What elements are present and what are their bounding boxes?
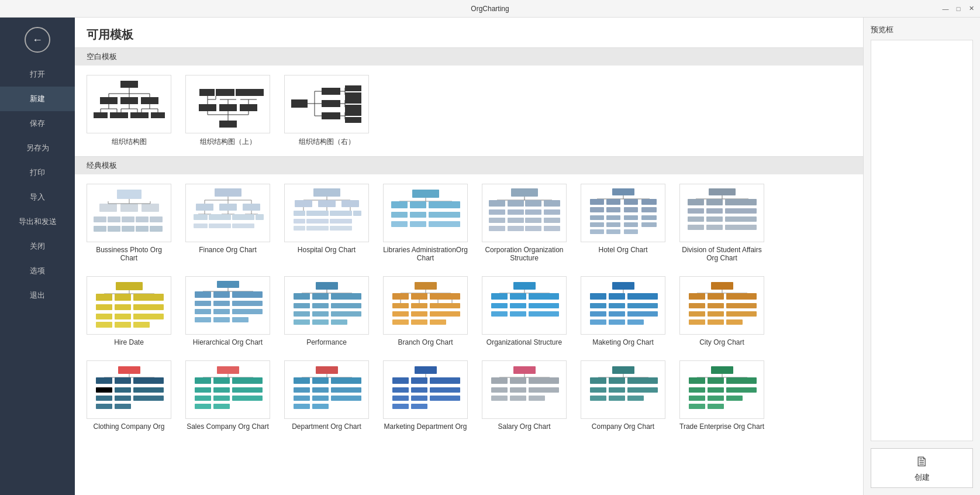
- svg-rect-131: [353, 211, 361, 216]
- template-thumb-clothing: [87, 360, 171, 419]
- template-label-hospital: Hospital Org Chart: [298, 246, 356, 254]
- svg-rect-434: [641, 387, 658, 393]
- template-business[interactable]: Bussiness Photo Org Chart: [87, 184, 171, 262]
- svg-rect-405: [411, 396, 427, 401]
- maximize-button[interactable]: □: [954, 5, 962, 13]
- svg-rect-448: [740, 387, 757, 393]
- svg-rect-261: [312, 303, 329, 308]
- svg-rect-308: [612, 282, 634, 290]
- svg-rect-89: [136, 226, 149, 232]
- sidebar-item-options[interactable]: 选项: [0, 259, 75, 283]
- template-city[interactable]: City Org Chart: [679, 276, 764, 346]
- svg-rect-242: [195, 301, 211, 306]
- svg-rect-417: [491, 387, 508, 393]
- template-trade[interactable]: Trade Enterprise Org Chart: [679, 360, 764, 431]
- svg-rect-381: [312, 377, 329, 384]
- svg-rect-306: [529, 311, 545, 317]
- template-branch[interactable]: Branch Org Chart: [383, 276, 468, 346]
- svg-rect-419: [529, 387, 545, 393]
- template-library[interactable]: Libraries AdministrationOrg Chart: [383, 184, 468, 262]
- svg-rect-162: [525, 200, 541, 207]
- svg-rect-112: [194, 224, 208, 228]
- svg-rect-213: [688, 225, 704, 230]
- svg-rect-197: [624, 229, 638, 234]
- template-scroll[interactable]: 空白模板: [75, 47, 863, 495]
- close-button[interactable]: ✕: [967, 5, 975, 13]
- svg-rect-251: [213, 317, 230, 322]
- create-button[interactable]: 🗎 创建: [871, 448, 973, 488]
- svg-rect-390: [331, 396, 347, 401]
- svg-rect-161: [508, 200, 524, 207]
- sidebar-item-new[interactable]: 新建: [0, 87, 75, 111]
- template-blank3[interactable]: 组织结构图（右）: [284, 75, 369, 147]
- sidebar-item-save[interactable]: 保存: [0, 111, 75, 136]
- sidebar-item-import[interactable]: 导入: [0, 185, 75, 209]
- svg-rect-263: [345, 303, 361, 308]
- minimize-button[interactable]: —: [941, 5, 950, 13]
- svg-rect-153: [391, 221, 408, 227]
- svg-rect-194: [641, 222, 657, 227]
- template-thumb-company: [581, 360, 665, 419]
- section-classic: 经典模板: [75, 156, 863, 174]
- sidebar-item-saveas[interactable]: 另存为: [0, 136, 75, 160]
- svg-rect-291: [411, 319, 427, 325]
- svg-rect-52: [291, 99, 308, 108]
- sidebar-item-print[interactable]: 打印: [0, 160, 75, 185]
- back-button[interactable]: ←: [25, 27, 50, 53]
- svg-rect-232: [96, 322, 112, 328]
- create-label: 创建: [915, 472, 930, 483]
- preview-title: 预览框: [871, 25, 973, 35]
- svg-rect-257: [312, 293, 329, 300]
- svg-rect-391: [345, 396, 361, 401]
- template-clothing[interactable]: Clothing Company Org: [87, 360, 171, 431]
- template-thumb-corp: [482, 184, 567, 242]
- sidebar-item-export[interactable]: 导出和发送: [0, 209, 75, 234]
- svg-rect-184: [606, 207, 620, 212]
- template-label-hierarchical: Hierarchical Org Chart: [193, 338, 263, 346]
- template-blank2[interactable]: 组织结构图（上）: [185, 75, 270, 147]
- template-hierarchical[interactable]: Hierarchical Org Chart: [185, 276, 270, 346]
- template-corp[interactable]: Corporation Organization Structure: [482, 184, 567, 262]
- template-hospital[interactable]: Hospital Org Chart: [284, 184, 369, 262]
- template-mktdept[interactable]: Marketing Department Org: [383, 360, 468, 431]
- svg-rect-166: [525, 209, 541, 215]
- svg-rect-351: [115, 387, 131, 393]
- template-thumb-business: [87, 184, 171, 242]
- sidebar-item-open[interactable]: 打开: [0, 62, 75, 87]
- svg-rect-35: [240, 104, 257, 111]
- svg-rect-154: [410, 221, 426, 227]
- template-student[interactable]: Division of Student Affairs Org Chart: [679, 184, 764, 262]
- template-blank1[interactable]: 组织结构图: [87, 75, 171, 147]
- template-salary[interactable]: Salary Org Chart: [482, 360, 567, 431]
- svg-rect-149: [391, 212, 408, 218]
- sidebar-item-close[interactable]: 关闭: [0, 234, 75, 259]
- svg-rect-226: [133, 304, 150, 310]
- template-orgstruct[interactable]: Organizational Structure: [482, 276, 567, 346]
- svg-rect-220: [96, 294, 112, 301]
- svg-rect-195: [590, 229, 604, 234]
- template-hire[interactable]: Hire Date: [87, 276, 171, 346]
- svg-rect-97: [196, 204, 213, 211]
- svg-rect-415: [529, 377, 545, 384]
- svg-rect-165: [508, 209, 524, 215]
- svg-rect-444: [740, 377, 757, 384]
- svg-rect-404: [392, 396, 409, 401]
- template-hotel[interactable]: Hotel Org Chart: [581, 184, 665, 262]
- svg-rect-298: [529, 293, 545, 300]
- template-dept[interactable]: Department Org Chart: [284, 360, 369, 431]
- svg-rect-84: [136, 216, 149, 222]
- template-company[interactable]: Company Org Chart: [581, 360, 665, 431]
- template-performance[interactable]: Performance: [284, 276, 369, 346]
- template-finance[interactable]: Finance Org Chart: [185, 184, 270, 262]
- svg-rect-432: [609, 387, 625, 393]
- svg-rect-179: [590, 199, 604, 205]
- svg-rect-81: [94, 216, 106, 222]
- svg-rect-172: [489, 226, 505, 231]
- svg-rect-446: [708, 387, 724, 393]
- svg-rect-130: [340, 211, 352, 216]
- svg-rect-19: [114, 112, 128, 118]
- template-sales[interactable]: Sales Company Org Chart: [185, 360, 270, 431]
- svg-rect-338: [726, 311, 743, 317]
- template-marketing[interactable]: Maketing Org Chart: [581, 276, 665, 346]
- sidebar-item-exit[interactable]: 退出: [0, 283, 75, 308]
